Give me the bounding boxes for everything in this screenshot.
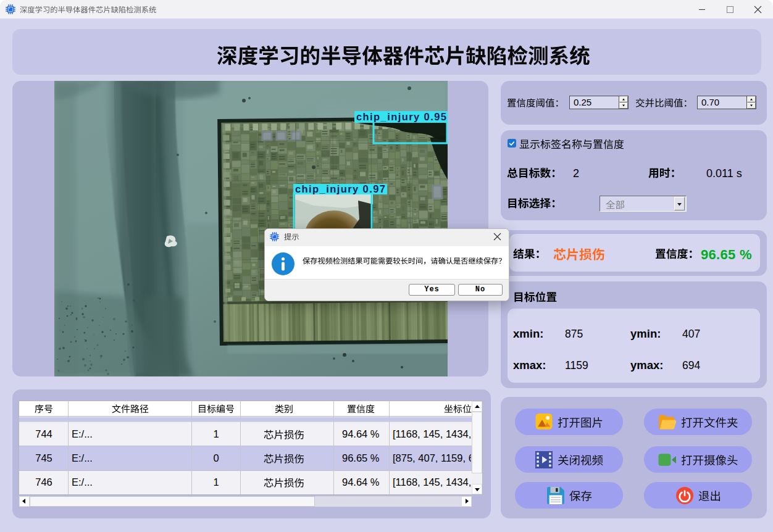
svg-text:chip_injury 0.95: chip_injury 0.95 (356, 111, 446, 122)
svg-text:chip_injury 0.97: chip_injury 0.97 (295, 183, 385, 194)
